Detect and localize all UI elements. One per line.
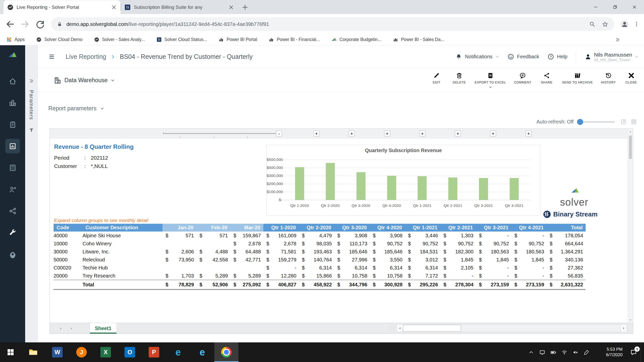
vertical-scrollbar[interactable] [628, 129, 633, 323]
comment-button[interactable]: COMMENT [514, 72, 531, 84]
taskbar-file-explorer-button[interactable] [21, 342, 45, 362]
export-to-excel-button[interactable]: XEXPORT TO EXCEL [475, 72, 506, 89]
feedback-button[interactable]: Feedback [508, 54, 539, 60]
sidebar-item-wrench[interactable] [5, 225, 20, 240]
bookmark-item[interactable]: Power BI - Sales Da... [393, 37, 444, 42]
bookmarks-overflow-icon[interactable] [615, 37, 620, 42]
browser-tab[interactable]: Subscription Billing Suite for any [121, 0, 238, 14]
new-tab-button[interactable] [241, 4, 249, 11]
sidebar-item-user-chart[interactable] [5, 182, 20, 197]
tray-monitor-button[interactable] [537, 342, 548, 362]
expand-group-button[interactable]: + [384, 130, 390, 137]
bookmark-item[interactable]: Solver - Sales Analy... [94, 37, 145, 42]
expand-group-button[interactable]: + [526, 130, 532, 137]
expand-panel-icon[interactable] [29, 78, 34, 83]
tray-battery-button[interactable] [548, 342, 559, 362]
notifications-button[interactable]: Notifications [456, 54, 499, 60]
expand-group-button[interactable]: + [455, 130, 461, 137]
forward-button[interactable] [20, 19, 30, 29]
sheet-prev-icon[interactable] [59, 323, 62, 334]
data-source-selector[interactable]: Data Warehouse [54, 77, 115, 84]
edit-button[interactable]: EDIT [429, 72, 444, 84]
delete-button[interactable]: DELETE [452, 72, 467, 84]
bookmark-item[interactable]: Corporate Budgetin... [332, 37, 381, 42]
sidebar-item-buildings[interactable] [5, 96, 20, 110]
send-to-archive-button[interactable]: SEND TO ARCHIVE [562, 72, 593, 84]
sidebar-item-home[interactable] [5, 74, 20, 88]
bookmark-item[interactable]: Power BI Portal [219, 37, 257, 42]
slider-knob[interactable] [577, 119, 583, 125]
solver-logo-icon[interactable] [6, 51, 19, 59]
sidebar-item-settings-gear[interactable] [5, 247, 20, 261]
taskbar-excel-button[interactable]: X [94, 342, 118, 362]
expand-view-icon[interactable] [620, 119, 627, 125]
sheet-tab[interactable]: Sheet1 [90, 323, 117, 334]
tray-pen-button[interactable] [581, 342, 592, 362]
collapse-group-button[interactable]: - [276, 130, 282, 137]
bookmark-item[interactable]: Solver Cloud Status... [156, 37, 207, 42]
action-center-button[interactable]: 1 [626, 342, 641, 362]
vertical-scroll-thumb[interactable] [629, 135, 632, 159]
browser-tab[interactable]: Live Reporting - Solver Portal [4, 0, 120, 14]
action-label: HISTORY [601, 81, 616, 84]
sidebar-item-integrations[interactable] [5, 204, 20, 218]
scroll-left-icon[interactable] [397, 325, 403, 332]
history-button[interactable]: HISTORY [601, 72, 616, 84]
sidebar-item-calculator[interactable] [5, 160, 20, 175]
lock-icon[interactable] [57, 21, 62, 27]
taskbar-orange-app-button[interactable]: J [69, 342, 94, 362]
sidebar-item-report[interactable] [5, 139, 20, 153]
grid-view-icon[interactable] [631, 119, 637, 125]
bookmark-star-icon[interactable] [602, 21, 608, 27]
close-button[interactable]: CLOSE [624, 72, 638, 84]
expand-group-button[interactable]: + [349, 130, 355, 137]
scroll-up-icon[interactable] [628, 129, 633, 134]
taskbar-edge-button[interactable]: e [166, 342, 190, 362]
horizontal-scrollbar[interactable] [396, 324, 627, 332]
tray-speaker-muted-button[interactable] [570, 342, 581, 362]
expand-group-button[interactable]: + [419, 130, 425, 137]
splitter-handle[interactable]: ⋮⋮ [388, 325, 395, 330]
back-button[interactable] [5, 19, 15, 29]
scroll-down-icon[interactable] [628, 318, 633, 323]
sidebar-item-clipboard[interactable] [5, 117, 20, 132]
taskbar-chrome-button[interactable] [214, 342, 238, 362]
tab-close-icon[interactable] [228, 4, 234, 10]
taskbar-outlook-button[interactable]: O [118, 342, 142, 362]
show-desktop-button[interactable] [641, 342, 644, 362]
taskbar-ie-button[interactable]: e [190, 342, 214, 362]
taskbar-windows-start-button[interactable] [0, 342, 21, 362]
expand-group-button[interactable]: + [490, 130, 496, 137]
table-cell: $1,364,291 [547, 248, 586, 256]
report-parameters-toggle[interactable]: Report parameters [48, 105, 104, 112]
scroll-right-icon[interactable] [620, 325, 627, 332]
share-button[interactable]: SHARE [539, 72, 554, 84]
filter-funnel-icon[interactable] [29, 127, 34, 133]
apps-shortcut[interactable]: Apps [7, 37, 25, 42]
sheet-next-icon[interactable] [70, 323, 73, 334]
url-text[interactable]: demo.app.solverglobal.com/live-reporting… [66, 21, 269, 27]
tray-wifi-button[interactable] [559, 342, 570, 362]
close-window-button[interactable] [625, 0, 644, 14]
auto-refresh-slider[interactable] [578, 121, 615, 123]
user-menu[interactable]: Nils Rasmussen 20_ISV_Demo_Tenant [585, 52, 638, 62]
tray-chevron-up-button[interactable] [526, 342, 537, 362]
zoom-page-icon[interactable] [589, 21, 595, 27]
browser-menu-icon[interactable] [633, 21, 639, 27]
taskbar-clock[interactable]: 5:53 PM 6/7/2020 [594, 347, 623, 358]
help-button[interactable]: ? Help [548, 54, 567, 60]
minimize-button[interactable] [586, 0, 605, 14]
taskbar-word-button[interactable]: W [45, 342, 69, 362]
expand-group-button[interactable]: + [313, 130, 319, 137]
horizontal-scroll-thumb[interactable] [403, 325, 461, 332]
bookmark-item[interactable]: Power BI - Financial... [269, 37, 320, 42]
tab-close-icon[interactable] [111, 4, 117, 10]
breadcrumb-live-reporting[interactable]: Live Reporting [66, 53, 106, 60]
bookmark-item[interactable]: Solver Cloud Demo [36, 37, 83, 42]
address-bar[interactable]: demo.app.solverglobal.com/live-reporting… [51, 17, 614, 31]
reload-button[interactable] [35, 19, 45, 29]
maximize-button[interactable] [605, 0, 625, 14]
taskbar-powerpoint-button[interactable]: P [142, 342, 166, 362]
profile-avatar[interactable] [620, 20, 629, 28]
hamburger-menu-icon[interactable] [48, 53, 55, 60]
